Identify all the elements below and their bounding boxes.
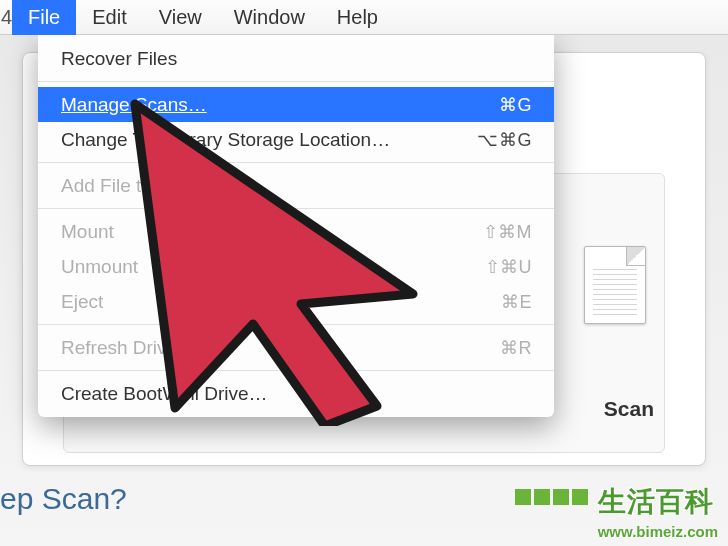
- menu-item-refresh-drives: Refresh Drives List ⌘R: [38, 330, 554, 365]
- menu-item-add-file-to-scan: Add File to Scan: [38, 168, 554, 203]
- menu-item-recover-files[interactable]: Recover Files: [38, 41, 554, 76]
- menu-item-manage-scans[interactable]: Manage Scans… ⌘G: [38, 87, 554, 122]
- file-menu-dropdown: Recover Files Manage Scans… ⌘G Change Te…: [38, 35, 554, 417]
- deep-scan-question-fragment: ep Scan?: [0, 482, 127, 516]
- watermark-logo-icon: [515, 489, 588, 505]
- menu-item-label: Refresh Drives List: [61, 337, 500, 359]
- menu-item-shortcut: ⇧⌘U: [485, 256, 533, 278]
- menu-item-label: Mount: [61, 221, 483, 243]
- menu-window[interactable]: Window: [218, 0, 321, 35]
- document-icon: [584, 246, 646, 324]
- menu-help[interactable]: Help: [321, 0, 394, 35]
- menu-item-shortcut: ⌘R: [500, 337, 532, 359]
- menu-item-label: Create BootWell Drive…: [61, 383, 532, 405]
- menubar-left-trunc: 4: [0, 6, 12, 29]
- menu-item-label: Manage Scans…: [61, 94, 499, 116]
- scan-caption: Scan: [604, 397, 654, 421]
- menu-item-shortcut: ⌘G: [499, 94, 532, 116]
- menu-item-eject: Eject ⌘E: [38, 284, 554, 319]
- menu-view[interactable]: View: [143, 0, 218, 35]
- menu-separator: [38, 208, 554, 209]
- menu-bar: 4 File Edit View Window Help: [0, 0, 728, 35]
- menu-item-shortcut: ⌘E: [501, 291, 532, 313]
- menu-item-create-bootwell-drive[interactable]: Create BootWell Drive…: [38, 376, 554, 411]
- menu-file[interactable]: File: [12, 0, 76, 35]
- menu-separator: [38, 162, 554, 163]
- watermark-url: www.bimeiz.com: [511, 523, 718, 540]
- menu-separator: [38, 324, 554, 325]
- menu-separator: [38, 370, 554, 371]
- menu-item-change-storage-location[interactable]: Change Temporary Storage Location… ⌥⌘G: [38, 122, 554, 157]
- menu-separator: [38, 81, 554, 82]
- menu-item-shortcut: ⇧⌘M: [483, 221, 533, 243]
- document-icon-lines: [593, 269, 637, 315]
- menu-edit[interactable]: Edit: [76, 0, 142, 35]
- menu-item-unmount: Unmount ⇧⌘U: [38, 249, 554, 284]
- menu-item-label: Add File to Scan: [61, 175, 532, 197]
- watermark: 生活百科 www.bimeiz.com: [511, 481, 718, 540]
- menu-item-label: Change Temporary Storage Location…: [61, 129, 477, 151]
- menu-item-shortcut: ⌥⌘G: [477, 129, 532, 151]
- menu-item-mount: Mount ⇧⌘M: [38, 214, 554, 249]
- menu-item-label: Recover Files: [61, 48, 532, 70]
- menu-item-label: Unmount: [61, 256, 485, 278]
- watermark-title: 生活百科: [598, 486, 714, 517]
- menu-item-label: Eject: [61, 291, 501, 313]
